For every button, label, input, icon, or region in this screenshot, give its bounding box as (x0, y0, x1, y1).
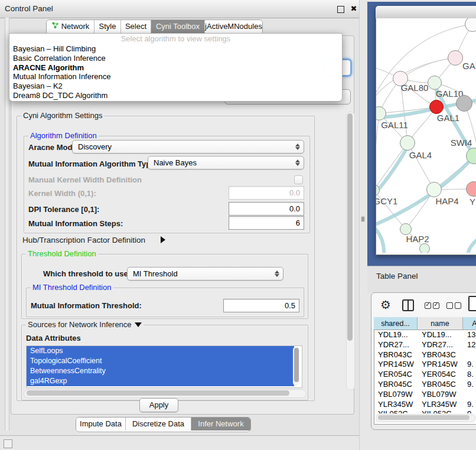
tab-style[interactable]: Style (94, 20, 121, 33)
network-edge-highlighted[interactable] (468, 239, 476, 253)
combo-stepper-icon (295, 141, 301, 153)
network-edge-highlighted[interactable] (376, 144, 409, 195)
manual-kernel-width-label: Manual Kernel Width Definition (28, 175, 142, 184)
attribute-list-item[interactable]: SelfLoops (27, 346, 294, 356)
column-header-name[interactable]: name (418, 317, 463, 330)
tab-infer-network[interactable]: Infer Network (191, 418, 250, 431)
graph-node-gal[interactable] (448, 50, 463, 66)
column-header-A[interactable]: A (463, 317, 476, 330)
table-cell: YDR27... (374, 340, 418, 350)
table-row[interactable]: YIL052CYIL052C9 (374, 409, 476, 413)
checked-box-icon[interactable] (433, 302, 439, 309)
graph-node[interactable] (456, 95, 472, 112)
close-icon[interactable]: ✖ (348, 3, 359, 15)
table-row[interactable]: YER054CYER054C8. (374, 370, 476, 380)
network-edge[interactable] (376, 113, 379, 190)
attributes-vertical-scrollbar-thumb[interactable] (294, 348, 299, 382)
table-cell: YBR043C (374, 350, 418, 360)
graph-node-gal10[interactable] (428, 76, 442, 90)
gear-icon[interactable]: ⚙ (380, 298, 391, 312)
node-label: SWI4 (451, 138, 472, 148)
table-row[interactable]: YBL079WYBL079W (374, 390, 476, 400)
network-icon (51, 20, 59, 33)
table-cell: YDR27... (418, 340, 463, 350)
data-attributes-list[interactable]: SelfLoopsTopologicalCoefficientBetweenne… (26, 345, 302, 388)
panel-divider[interactable] (359, 0, 368, 450)
table-cell: YBL079W (374, 390, 418, 400)
float-window-icon[interactable] (337, 6, 344, 13)
table-cell: YDL19... (374, 330, 418, 340)
table-cell: YDL19... (418, 330, 463, 340)
settings-vertical-scrollbar-thumb[interactable] (347, 113, 353, 341)
aracne-mode-value: Discovery (78, 142, 112, 151)
network-canvas[interactable]: GALGAL80GAL10GAL1GAL11GAL4SWI4GCY1HAP4YH… (376, 18, 476, 253)
combo-stepper-icon (274, 268, 280, 280)
checked-box-icon[interactable] (425, 302, 431, 309)
graph-node[interactable] (419, 243, 430, 253)
unchecked-box-icon[interactable] (455, 302, 461, 309)
apply-button[interactable]: Apply (139, 398, 178, 412)
table-header-row: shared...nameA (374, 317, 476, 330)
dropdown-item[interactable]: ARACNE Algorithm (9, 63, 342, 73)
dropdown-item[interactable]: Basic Correlation Inference (9, 54, 342, 63)
tab-label: Infer Network (198, 418, 243, 431)
which-threshold-combobox[interactable]: MI Threshold (127, 267, 283, 281)
node-label: GAL (462, 61, 476, 71)
table-cell: 9. (463, 360, 476, 370)
dropdown-item[interactable]: Bayesian – K2 (9, 81, 342, 91)
table-cell: YIL052C (374, 409, 418, 413)
attribute-list-item[interactable]: gal4RGexp (27, 376, 294, 386)
mi-threshold-field[interactable]: 0.5 (223, 299, 299, 312)
graph-node-gal4[interactable] (400, 135, 415, 151)
dropdown-item[interactable]: Bayesian – Hill Climbing (9, 44, 342, 54)
tab-jactivemnodules[interactable]: jActiveMNodules (205, 20, 262, 33)
tab-discretize-data[interactable]: Discretize Data (126, 418, 191, 431)
tab-select[interactable]: Select (121, 20, 151, 33)
network-edge[interactable] (376, 143, 407, 190)
dpi-tolerance-label: DPI Tolerance [0,1]: (28, 205, 99, 214)
aracne-mode-combobox[interactable]: Discovery (72, 140, 304, 154)
table-row[interactable]: YDR27...YDR27...12 (374, 340, 476, 350)
table-row[interactable]: YPR145WYPR145W9. (374, 360, 476, 370)
data-attributes-label: Data Attributes (26, 334, 81, 343)
dropdown-item[interactable]: Mutual Information Inference (9, 72, 342, 81)
tab-label: jActiveMNodules (205, 20, 262, 33)
bottom-tabbar: Impute DataDiscretize DataInfer Network (76, 417, 251, 432)
attribute-list-item[interactable]: TopologicalCoefficient (27, 356, 294, 366)
network-window-titlebar[interactable] (376, 6, 476, 19)
mi-steps-field[interactable]: 6 (229, 216, 304, 230)
cyni-group-title: Cyni Algorithm Settings (21, 111, 104, 120)
tab-cyni-toolbox[interactable]: Cyni Toolbox (151, 20, 205, 33)
node-label: GCY1 (376, 196, 397, 206)
tab-label: Cyni Toolbox (156, 20, 200, 33)
manual-kernel-width-checkbox[interactable] (294, 175, 303, 184)
table-row[interactable]: YBR043CYBR043C (374, 350, 476, 360)
sources-group-title[interactable]: Sources for Network Inference (26, 320, 144, 329)
mi-algorithm-type-combobox[interactable]: Naive Bayes (148, 156, 304, 169)
graph-node-hap4[interactable] (426, 182, 442, 197)
unchecked-box-icon[interactable] (446, 302, 453, 309)
tab-network[interactable]: Network (47, 20, 94, 33)
table-row[interactable]: YBR045CYBR045C9. (374, 380, 476, 390)
table-horizontal-scrollbar-thumb[interactable] (378, 415, 470, 420)
split-columns-icon[interactable] (402, 299, 414, 311)
graph-node-gal1[interactable] (429, 100, 444, 114)
dpi-tolerance-field[interactable]: 0.0 (229, 202, 304, 216)
tab-label: Network (61, 20, 90, 33)
attribute-list-item[interactable]: BetweennessCentrality (27, 366, 294, 376)
hub-factor-section-label[interactable]: Hub/Transcription Factor Definition (22, 236, 145, 244)
expand-right-icon[interactable] (161, 236, 165, 243)
table-row[interactable]: YDL19...YDL19...13 (374, 330, 476, 340)
tab-impute-data[interactable]: Impute Data (76, 418, 126, 431)
settings-horizontal-scrollbar-thumb[interactable] (27, 390, 289, 396)
document-icon[interactable] (468, 296, 476, 311)
corner-widget-icon[interactable] (4, 439, 12, 448)
table-row[interactable]: YLR345WYLR345W9. (374, 400, 476, 410)
divider-grip-icon[interactable] (361, 217, 364, 221)
node-label: HAP4 (435, 196, 458, 206)
kernel-width-field[interactable]: 0.0 (229, 186, 304, 200)
column-header-shared...[interactable]: shared... (374, 317, 418, 330)
network-edge-highlighted[interactable] (376, 225, 384, 253)
node-label: HAP2 (406, 234, 429, 244)
dropdown-item[interactable]: Dream8 DC_TDC Algorithm (9, 91, 342, 100)
